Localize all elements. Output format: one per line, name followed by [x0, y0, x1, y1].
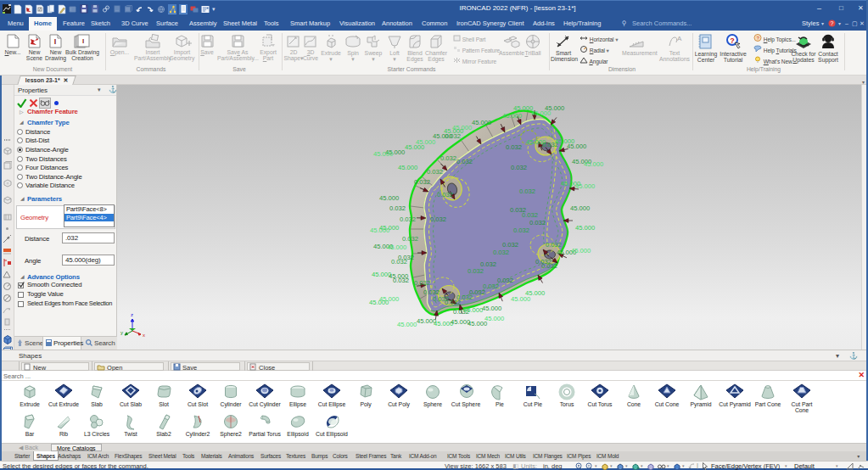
- svg-text:45.000: 45.000: [398, 164, 417, 171]
- svg-text:45.000: 45.000: [373, 150, 393, 158]
- svg-text:?: ?: [831, 20, 834, 26]
- svg-text:45.000: 45.000: [561, 180, 580, 187]
- svg-text:x: x: [143, 333, 145, 338]
- svg-text:0.032: 0.032: [445, 132, 461, 140]
- svg-text:45.000: 45.000: [502, 112, 522, 120]
- svg-text:0.032: 0.032: [391, 258, 407, 266]
- svg-text:45.000: 45.000: [531, 109, 551, 117]
- svg-text:45.000: 45.000: [463, 306, 483, 314]
- svg-text:0.032: 0.032: [542, 141, 558, 148]
- svg-text:0.032: 0.032: [511, 164, 527, 171]
- svg-text:0.032: 0.032: [456, 158, 473, 165]
- svg-text:A: A: [677, 35, 682, 42]
- svg-text:0.032: 0.032: [440, 154, 456, 162]
- svg-text:I: I: [82, 37, 84, 45]
- svg-text:45.000: 45.000: [379, 224, 399, 232]
- svg-text:z: z: [131, 312, 133, 317]
- svg-text:0.032: 0.032: [506, 143, 522, 151]
- svg-text:I: I: [54, 37, 57, 46]
- svg-text:0.032: 0.032: [522, 211, 538, 219]
- svg-text:0.032: 0.032: [414, 279, 430, 287]
- svg-text:0.032: 0.032: [430, 215, 446, 223]
- svg-text:0.032: 0.032: [437, 191, 453, 199]
- svg-text:45.000: 45.000: [482, 305, 501, 312]
- svg-text:0.032: 0.032: [414, 178, 430, 186]
- svg-text:0.032: 0.032: [400, 215, 416, 223]
- svg-text:45.000: 45.000: [387, 243, 406, 251]
- svg-text:0.032: 0.032: [529, 219, 546, 227]
- svg-text:45.000: 45.000: [379, 194, 399, 202]
- svg-text:0.032: 0.032: [497, 277, 513, 284]
- svg-text:45.000: 45.000: [575, 224, 595, 232]
- svg-text:0.032: 0.032: [389, 204, 406, 212]
- svg-text:45.000: 45.000: [397, 321, 417, 328]
- svg-text:45.000: 45.000: [472, 119, 491, 126]
- svg-text:45.000: 45.000: [570, 204, 590, 212]
- svg-text:45.000: 45.000: [584, 160, 603, 168]
- svg-text:45.000: 45.000: [513, 104, 533, 112]
- svg-text:0.032: 0.032: [502, 241, 518, 249]
- svg-text:45.000: 45.000: [484, 315, 504, 322]
- svg-text:0.032: 0.032: [427, 168, 443, 176]
- svg-text:45.000: 45.000: [525, 289, 545, 297]
- svg-text:0.032: 0.032: [546, 241, 562, 249]
- svg-text:0.032: 0.032: [513, 227, 529, 234]
- svg-text:45.000: 45.000: [405, 143, 424, 151]
- svg-text:y: y: [120, 330, 123, 335]
- svg-text:0.032: 0.032: [519, 187, 535, 195]
- svg-text:45.000: 45.000: [369, 299, 389, 306]
- svg-text:0.032: 0.032: [468, 267, 484, 275]
- svg-text:?: ?: [730, 36, 735, 45]
- svg-text:0.032: 0.032: [493, 249, 509, 256]
- svg-text:45.000: 45.000: [567, 143, 586, 150]
- svg-text:0.032: 0.032: [541, 262, 557, 270]
- svg-text:0.032: 0.032: [393, 277, 409, 284]
- svg-text:45.000: 45.000: [571, 247, 591, 255]
- svg-text:0.032: 0.032: [402, 235, 418, 243]
